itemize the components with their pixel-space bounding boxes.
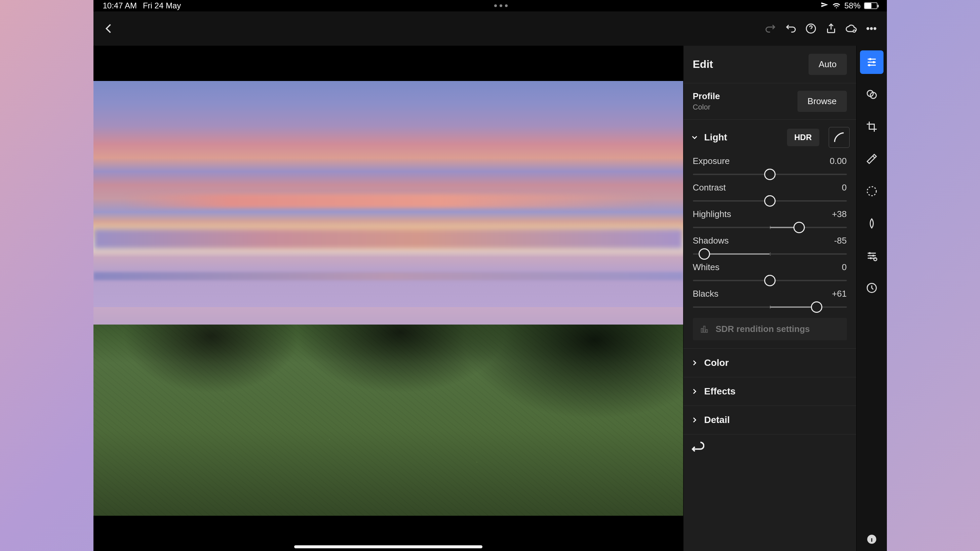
slider-value: 0: [842, 183, 846, 193]
slider-label: Whites: [693, 262, 719, 273]
crop-tool-button[interactable]: [860, 115, 883, 138]
slider-contrast[interactable]: Contrast0: [684, 182, 856, 208]
slider-label: Highlights: [693, 209, 731, 219]
svg-point-11: [869, 252, 871, 254]
app-window: 10:47 AM Fri 24 May 58%: [94, 0, 887, 551]
slider-value: 0.00: [830, 156, 847, 166]
slider-label: Contrast: [693, 183, 726, 193]
tone-curve-button[interactable]: [829, 127, 850, 148]
status-date: Fri 24 May: [143, 1, 181, 10]
svg-point-13: [870, 257, 872, 259]
slider-track[interactable]: [693, 174, 847, 175]
panel-title: Edit: [693, 58, 713, 71]
slider-knob[interactable]: [764, 169, 776, 180]
wifi-icon: [832, 2, 841, 9]
slider-knob[interactable]: [698, 248, 710, 260]
chevron-right-icon: [690, 416, 699, 424]
undo-button[interactable]: [781, 19, 801, 39]
slider-value: 0: [842, 262, 846, 273]
color-section-label: Color: [704, 357, 729, 368]
effects-section-label: Effects: [704, 386, 736, 397]
slider-value: +38: [832, 209, 846, 219]
profile-value: Color: [693, 103, 720, 111]
edit-panel: Edit Auto Profile Color Browse Light HDR…: [683, 46, 857, 551]
versions-tool-button[interactable]: [860, 276, 883, 300]
slider-value: +61: [832, 289, 846, 299]
battery-pct: 58%: [844, 1, 860, 10]
svg-point-14: [874, 258, 877, 261]
slider-whites[interactable]: Whites0: [684, 261, 856, 288]
slider-label: Exposure: [693, 156, 730, 166]
svg-point-12: [872, 255, 874, 257]
slider-track[interactable]: [693, 200, 847, 202]
share-button[interactable]: [821, 19, 841, 39]
presets-tool-button[interactable]: [860, 212, 883, 235]
masking-tool-button[interactable]: [860, 179, 883, 203]
sdr-label: SDR rendition settings: [716, 324, 810, 334]
svg-point-2: [867, 27, 869, 29]
detail-section-label: Detail: [704, 414, 730, 426]
slider-track[interactable]: [693, 306, 847, 308]
tool-rail: [857, 46, 887, 551]
status-time: 10:47 AM: [103, 1, 137, 10]
slider-label: Blacks: [693, 289, 719, 299]
slider-track[interactable]: [693, 253, 847, 255]
slider-blacks[interactable]: Blacks+61: [684, 288, 856, 314]
light-label: Light: [704, 132, 782, 143]
detail-section-header[interactable]: Detail: [684, 405, 856, 434]
image-canvas[interactable]: [94, 46, 683, 551]
multitask-dots-icon[interactable]: [494, 4, 508, 7]
profile-label: Profile: [693, 91, 720, 102]
svg-point-10: [867, 187, 876, 196]
home-indicator[interactable]: [294, 545, 482, 548]
back-button[interactable]: [99, 19, 119, 39]
color-section-header[interactable]: Color: [684, 348, 856, 377]
battery-icon: [864, 2, 877, 9]
redo-button[interactable]: [760, 19, 781, 39]
slider-track[interactable]: [693, 227, 847, 228]
hdr-button[interactable]: HDR: [787, 129, 819, 146]
airplane-icon: [821, 2, 829, 10]
reset-button[interactable]: [691, 441, 704, 454]
help-button[interactable]: [801, 19, 821, 39]
slider-knob[interactable]: [764, 195, 776, 206]
cloud-sync-button[interactable]: [841, 19, 861, 39]
effects-section-header[interactable]: Effects: [684, 377, 856, 405]
slider-label: Shadows: [693, 235, 729, 246]
healing-tool-button[interactable]: [860, 147, 883, 171]
browse-button[interactable]: Browse: [797, 91, 847, 112]
slider-track[interactable]: [693, 280, 847, 281]
profiles-tool-button[interactable]: [860, 83, 883, 106]
svg-point-3: [870, 27, 872, 29]
chevron-right-icon: [690, 387, 699, 396]
auto-button[interactable]: Auto: [808, 54, 847, 75]
light-section-header[interactable]: Light HDR: [684, 120, 856, 155]
more-button[interactable]: [861, 19, 881, 39]
edit-tool-button[interactable]: [860, 51, 883, 74]
slider-value: -85: [834, 235, 847, 246]
slider-knob[interactable]: [794, 222, 805, 233]
svg-point-7: [868, 64, 870, 67]
app-toolbar: [94, 11, 887, 46]
sdr-settings-button: SDR rendition settings: [693, 318, 847, 340]
svg-point-5: [869, 58, 872, 60]
info-button[interactable]: [860, 527, 883, 551]
slider-knob[interactable]: [811, 302, 822, 313]
slider-knob[interactable]: [764, 275, 776, 286]
chevron-right-icon: [690, 359, 699, 367]
slider-shadows[interactable]: Shadows-85: [684, 235, 856, 261]
lens-blur-tool-button[interactable]: [860, 244, 883, 267]
chevron-down-icon: [690, 133, 699, 142]
svg-point-6: [872, 61, 875, 64]
slider-highlights[interactable]: Highlights+38: [684, 208, 856, 235]
svg-point-4: [874, 27, 875, 29]
slider-exposure[interactable]: Exposure0.00: [684, 155, 856, 182]
photo-preview: [94, 81, 683, 515]
status-bar: 10:47 AM Fri 24 May 58%: [94, 0, 887, 11]
